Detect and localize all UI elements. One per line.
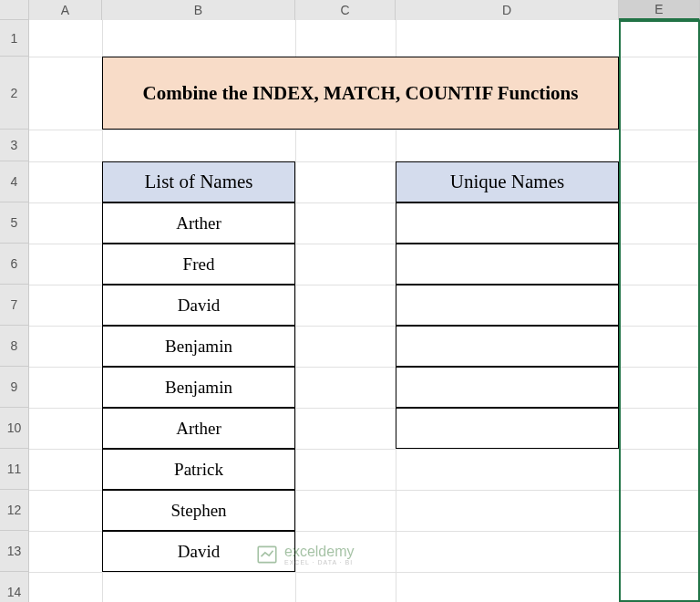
watermark-sub: EXCEL · DATA · BI	[284, 559, 354, 566]
spreadsheet-grid: A B C D E 1 2 3 4 5 6 7 8 9 10 11 12 13 …	[0, 0, 700, 602]
col-header-C[interactable]: C	[295, 0, 396, 20]
title-text: Combine the INDEX, MATCH, COUNTIF Functi…	[143, 82, 579, 105]
cell-B7[interactable]: David	[102, 285, 295, 326]
cell-D6[interactable]	[396, 244, 619, 285]
col-header-B[interactable]: B	[102, 0, 295, 20]
row-header-2[interactable]: 2	[0, 57, 29, 130]
select-all-corner[interactable]	[0, 0, 29, 20]
col-header-D[interactable]: D	[396, 0, 619, 20]
row-header-6[interactable]: 6	[0, 244, 29, 285]
row-header-7[interactable]: 7	[0, 285, 29, 326]
row-header-13[interactable]: 13	[0, 531, 29, 572]
row-header-14[interactable]: 14	[0, 572, 29, 602]
cell-B10[interactable]: Arther	[102, 408, 295, 449]
cell-value: Fred	[183, 254, 215, 275]
cell-B6[interactable]: Fred	[102, 244, 295, 285]
header-unique-names-text: Unique Names	[450, 171, 564, 193]
cell-B9[interactable]: Benjamin	[102, 367, 295, 408]
cell-B8[interactable]: Benjamin	[102, 326, 295, 367]
row-header-5[interactable]: 5	[0, 202, 29, 244]
cell-B12[interactable]: Stephen	[102, 490, 295, 531]
cell-D5[interactable]	[396, 202, 619, 244]
row-header-11[interactable]: 11	[0, 449, 29, 490]
watermark: exceldemy EXCEL · DATA · BI	[255, 543, 354, 566]
cell-value: Arther	[176, 213, 221, 234]
row-header-4[interactable]: 4	[0, 161, 29, 202]
row-header-10[interactable]: 10	[0, 408, 29, 449]
cell-value: David	[178, 542, 220, 562]
cell-D9[interactable]	[396, 367, 619, 408]
col-header-E[interactable]: E	[619, 0, 700, 20]
header-list-names-text: List of Names	[145, 171, 253, 193]
row-header-1[interactable]: 1	[0, 20, 29, 57]
cell-D10[interactable]	[396, 408, 619, 449]
header-list-names[interactable]: List of Names	[102, 161, 295, 202]
cell-D8[interactable]	[396, 326, 619, 367]
cell-B11[interactable]: Patrick	[102, 449, 295, 490]
row-header-8[interactable]: 8	[0, 326, 29, 367]
title-cell[interactable]: Combine the INDEX, MATCH, COUNTIF Functi…	[102, 57, 619, 130]
row-header-9[interactable]: 9	[0, 367, 29, 408]
cell-D7[interactable]	[396, 285, 619, 326]
row-headers: 1 2 3 4 5 6 7 8 9 10 11 12 13 14	[0, 20, 29, 602]
watermark-icon	[255, 543, 279, 566]
cell-B5[interactable]: Arther	[102, 202, 295, 244]
cell-value: Benjamin	[165, 337, 232, 357]
row-header-3[interactable]: 3	[0, 130, 29, 161]
row-header-12[interactable]: 12	[0, 490, 29, 531]
column-E-selection	[619, 20, 700, 602]
col-header-A[interactable]: A	[29, 0, 102, 20]
cell-value: Arther	[176, 419, 221, 439]
watermark-main: exceldemy	[284, 545, 354, 559]
cell-value: Stephen	[170, 501, 226, 521]
cell-value: Patrick	[174, 460, 223, 480]
cell-value: David	[178, 296, 220, 316]
cell-value: Benjamin	[165, 378, 232, 398]
header-unique-names[interactable]: Unique Names	[396, 161, 619, 202]
column-headers: A B C D E	[0, 0, 700, 20]
